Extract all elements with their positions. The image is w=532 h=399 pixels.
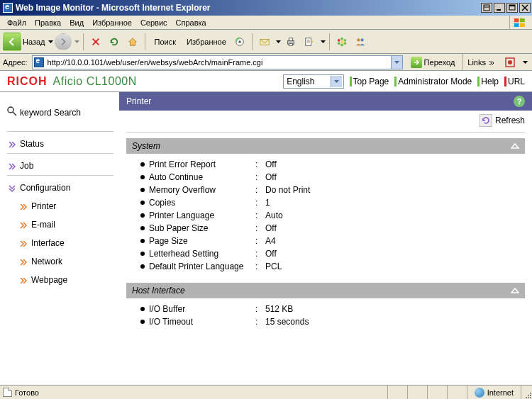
panel-title: Printer (126, 96, 151, 106)
menu-tools[interactable]: Сервис (136, 17, 172, 28)
nav-email[interactable]: E-mail (7, 215, 113, 234)
url-input[interactable] (46, 57, 391, 68)
bullet-icon (140, 264, 145, 269)
print-button[interactable] (282, 33, 299, 50)
chevron-icon (20, 203, 27, 210)
app-icon (3, 3, 13, 13)
maximize-button[interactable] (506, 3, 518, 13)
go-button[interactable]: Переход (406, 55, 460, 69)
language-dropdown[interactable] (331, 76, 342, 87)
edit-button[interactable] (301, 33, 318, 50)
search-button[interactable]: Поиск (149, 33, 179, 50)
notes-button[interactable] (481, 3, 492, 13)
icq-button[interactable] (333, 33, 350, 50)
refresh-button[interactable] (106, 33, 123, 50)
section-system[interactable]: System (126, 138, 525, 154)
device-model: Aficio CL1000N (53, 75, 137, 88)
nav-webpage[interactable]: Webpage (7, 271, 113, 289)
minimize-button[interactable] (494, 3, 505, 13)
forward-dropdown[interactable] (74, 40, 79, 43)
language-select[interactable]: English (283, 74, 343, 89)
top-page-link[interactable]: Top Page (350, 77, 389, 86)
page-icon (3, 388, 12, 397)
bullet-icon (140, 252, 145, 256)
mail-dropdown[interactable] (276, 40, 281, 43)
snagit-dropdown[interactable] (523, 61, 528, 64)
help-icon[interactable]: ? (514, 96, 525, 107)
address-label: Адрес: (3, 58, 29, 67)
section-host[interactable]: Host Interface (126, 283, 525, 298)
right-panel: Printer ? Refresh System Print Error Rep… (119, 92, 532, 385)
nav-configuration[interactable]: Configuration (7, 179, 113, 197)
help-link[interactable]: Help (477, 77, 499, 86)
close-button[interactable] (519, 3, 531, 13)
ricoh-header: RICOH Aficio CL1000N English Top Page Ad… (0, 71, 532, 92)
config-row: Page Size:A4 (140, 235, 522, 247)
svg-rect-39 (528, 395, 529, 396)
chevron-icon (20, 240, 27, 247)
bullet-icon (140, 226, 145, 230)
config-value: Auto (265, 210, 283, 220)
svg-point-32 (357, 38, 360, 41)
svg-rect-10 (520, 23, 525, 26)
svg-rect-8 (520, 18, 525, 22)
chevron-icon (9, 140, 16, 147)
bullet-icon (140, 162, 145, 167)
page-favicon (34, 57, 44, 67)
svg-point-27 (343, 42, 346, 45)
collapse-icon[interactable] (511, 142, 519, 150)
menu-view[interactable]: Вид (65, 17, 88, 28)
config-row: Default Printer Language:PCL (140, 260, 522, 273)
snagit-button[interactable] (501, 54, 519, 71)
status-text: Готово (15, 388, 39, 397)
language-value: English (287, 77, 314, 86)
refresh-label[interactable]: Refresh (495, 116, 525, 125)
config-row: I/O Timeout:15 seconds (140, 315, 522, 328)
svg-rect-20 (289, 43, 292, 45)
addressbar: Адрес: Переход Links (0, 54, 532, 71)
menu-favorites[interactable]: Избранное (88, 17, 136, 28)
config-key: I/O Buffer (149, 304, 255, 314)
menu-help[interactable]: Справка (172, 17, 211, 28)
zone-indicator: Internet (467, 386, 521, 399)
back-dropdown[interactable] (48, 40, 53, 43)
admin-mode-link[interactable]: Administrator Mode (394, 77, 472, 86)
left-nav: keyword Search Status Job Configuration … (0, 92, 119, 385)
config-value: Do not Print (265, 185, 310, 195)
url-link[interactable]: URL (504, 77, 525, 86)
forward-button[interactable] (55, 33, 72, 50)
people-button[interactable] (352, 33, 369, 50)
window-titlebar: Web Image Monitor - Microsoft Internet E… (0, 0, 532, 16)
home-button[interactable] (124, 33, 141, 50)
url-combo[interactable] (32, 55, 403, 69)
back-label: Назад (23, 38, 45, 46)
refresh-icon[interactable] (480, 114, 492, 127)
nav-network[interactable]: Network (7, 252, 113, 271)
collapse-icon[interactable] (511, 286, 519, 295)
config-row: Memory Overflow:Do not Print (140, 184, 522, 196)
nav-job[interactable]: Job (7, 157, 113, 175)
nav-status[interactable]: Status (7, 135, 113, 153)
mail-button[interactable] (256, 33, 273, 50)
links-chevron-icon[interactable] (489, 58, 494, 67)
config-row: Printer Language:Auto (140, 209, 522, 222)
svg-rect-19 (289, 38, 292, 40)
favorites-button[interactable]: Избранное (181, 33, 230, 50)
statusbar: Готово Internet (0, 385, 532, 399)
keyword-search-link[interactable]: keyword Search (7, 106, 113, 118)
menu-edit[interactable]: Правка (31, 17, 65, 28)
svg-point-35 (508, 60, 512, 64)
back-button[interactable] (3, 33, 21, 51)
config-value: 512 KB (265, 304, 293, 314)
media-button[interactable] (231, 33, 248, 50)
url-dropdown[interactable] (391, 56, 402, 69)
nav-interface[interactable]: Interface (7, 234, 113, 252)
nav-printer[interactable]: Printer (7, 197, 113, 215)
content-scroll[interactable]: System Print Error Report:OffAuto Contin… (119, 130, 532, 385)
links-label[interactable]: Links (467, 58, 486, 67)
resize-grip[interactable] (521, 386, 532, 399)
edit-dropdown[interactable] (321, 40, 326, 43)
menu-file[interactable]: Файл (3, 17, 31, 28)
stop-button[interactable] (87, 33, 104, 50)
svg-rect-43 (530, 397, 531, 398)
